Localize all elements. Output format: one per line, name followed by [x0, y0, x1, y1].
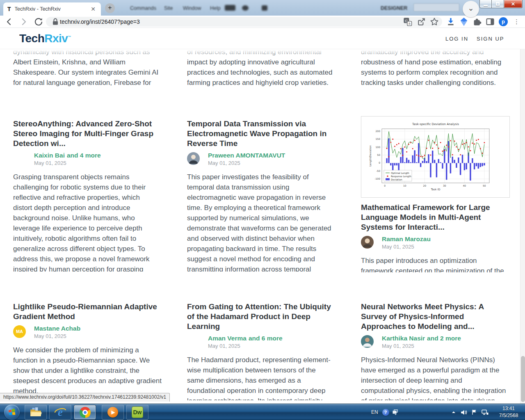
lock-icon[interactable]: [51, 17, 60, 26]
scrollbar-track[interactable]: [520, 28, 525, 404]
close-button[interactable]: ✕: [504, 0, 523, 8]
tray-expand-icon[interactable]: [451, 410, 456, 415]
signup-link[interactable]: SIGN UP: [477, 36, 504, 42]
svg-text:50: 50: [377, 153, 380, 156]
tab-close-icon[interactable]: ✕: [89, 6, 97, 12]
article-title[interactable]: Mathematical Framework for Large Languag…: [361, 203, 523, 232]
start-button[interactable]: [4, 404, 20, 420]
article-title[interactable]: Neural Networks Meet Physics: A Survey o…: [361, 302, 523, 331]
forward-icon[interactable]: [19, 17, 29, 27]
restore-button[interactable]: [492, 0, 504, 8]
share-icon[interactable]: [417, 17, 426, 26]
address-bar[interactable]: techrxiv.org/inst/26407?page=3: [46, 17, 442, 27]
article-card-clipped[interactable]: dynamically with historical personas suc…: [13, 48, 176, 88]
chrome-icon: [80, 407, 91, 418]
profile-avatar[interactable]: p: [499, 17, 508, 26]
author-link[interactable]: Raman Marozau: [382, 235, 431, 242]
browser-tab[interactable]: T TechRxiv - TechRxiv ✕: [3, 2, 101, 16]
minimize-button[interactable]: [479, 0, 492, 8]
deviation-chart: -100-5005010015020001020304050Task-speci…: [361, 116, 509, 199]
author-link[interactable]: Kaixin Baiand 4 more: [34, 152, 101, 159]
author-link[interactable]: Praween AMONTAMAVUT: [208, 152, 285, 159]
taskbar-ie-button[interactable]: e: [49, 405, 71, 420]
author-link[interactable]: Aman Vermaand 6 more: [208, 335, 283, 342]
taskbar-dreamweaver-button[interactable]: Dw: [126, 405, 148, 420]
chevron-down-button[interactable]: ⌄: [463, 1, 479, 17]
bg-menu-site: Site: [164, 5, 173, 11]
svg-text:0: 0: [384, 184, 386, 187]
bg-menu-commands: Commands: [130, 5, 156, 11]
article-card[interactable]: Neural Networks Meet Physics: A Survey o…: [361, 302, 523, 400]
svg-text:-100: -100: [374, 177, 380, 180]
media-player-icon: ▶: [107, 407, 118, 418]
svg-text:Task-specific Deviation Analys: Task-specific Deviation Analysis: [412, 122, 459, 126]
login-link[interactable]: LOG IN: [445, 36, 468, 42]
article-card-clipped[interactable]: dramatically improved the accuracy and r…: [361, 48, 523, 88]
article-figure[interactable]: -100-5005010015020001020304050Task-speci…: [361, 116, 510, 198]
volume-icon[interactable]: [460, 409, 467, 416]
network-icon[interactable]: [481, 409, 488, 415]
article-title[interactable]: StereoAnything: Advanced Zero-Shot Stere…: [13, 119, 176, 148]
article-card[interactable]: Mathematical Framework for Large Languag…: [361, 203, 523, 272]
article-card[interactable]: From Gating to Attention: The Ubiquity o…: [187, 302, 349, 400]
author-avatar: [361, 335, 374, 348]
author-link[interactable]: Karthika Nasirand 2 more: [382, 335, 461, 342]
translate-icon[interactable]: G a: [403, 17, 412, 26]
bg-menu-help: Help: [210, 5, 221, 11]
language-indicator[interactable]: EN: [371, 409, 378, 415]
bg-toolbar-blob: [242, 5, 249, 11]
status-url-tooltip: https://www.techrxiv.org/doi/full/10.362…: [0, 393, 170, 402]
techrxiv-logo[interactable]: TechRxiv™: [19, 32, 71, 45]
article-title[interactable]: Lightlike Pseudo-Riemannian Adaptive Gra…: [13, 302, 176, 322]
abstract-fragment: dramatically improved the accuracy and r…: [361, 48, 501, 88]
article-card[interactable]: StereoAnything: Advanced Zero-Shot Stere…: [13, 119, 176, 272]
article-card[interactable]: Temporal Data Transmission via Electroma…: [187, 119, 349, 272]
menu-dots-icon[interactable]: ⋮: [514, 17, 520, 27]
article-title[interactable]: Temporal Data Transmission via Electroma…: [187, 119, 349, 148]
browser-tab-strip: Commands Site Window Help DESIGNER T Tec…: [0, 0, 525, 16]
browser-toolbar: techrxiv.org/inst/26407?page=3 G a: [0, 16, 525, 28]
author-avatar: [361, 236, 374, 249]
article-abstract: Grasping transparent objects remains cha…: [13, 172, 176, 272]
author-link[interactable]: Mastane Achab: [34, 325, 80, 332]
url-text[interactable]: techrxiv.org/inst/26407?page=3: [60, 18, 140, 25]
explorer-folder-icon: [30, 407, 42, 418]
taskbar-explorer-button[interactable]: [25, 405, 47, 420]
bg-toolbar-blob: [262, 5, 267, 11]
taskbar-wmp-button[interactable]: ▶: [102, 405, 124, 420]
help-icon[interactable]: ?: [382, 409, 389, 416]
svg-text:Task ID: Task ID: [431, 188, 441, 191]
side-panel-icon[interactable]: [486, 17, 495, 26]
article-abstract: Physics-Informed Neural Networks (PINNs)…: [361, 355, 523, 400]
svg-text:Optimal Length: Optimal Length: [391, 172, 409, 175]
language-bar[interactable]: EN ?: [371, 404, 398, 420]
taskbar-chrome-button[interactable]: [74, 405, 96, 420]
clock-time: 13:41: [494, 405, 523, 412]
publish-date: May 01, 2025: [208, 160, 349, 166]
svg-text:100: 100: [376, 146, 381, 148]
svg-text:40: 40: [463, 184, 466, 187]
reload-icon[interactable]: [34, 17, 43, 27]
svg-text:30: 30: [443, 184, 446, 187]
svg-text:a: a: [409, 21, 411, 25]
new-tab-button[interactable]: +: [105, 3, 115, 13]
download-extension-icon[interactable]: [446, 17, 455, 26]
language-bar-restore-icon[interactable]: [393, 409, 398, 415]
article-card-clipped[interactable]: of resources, and minimizing environment…: [187, 48, 349, 88]
ie-ring: [54, 408, 66, 415]
bookmark-star-icon[interactable]: [430, 17, 439, 26]
abstract-fragment: of resources, and minimizing environment…: [187, 48, 332, 88]
svg-text:200: 200: [376, 130, 381, 132]
taskbar-clock[interactable]: 13:41 7/5/2568: [494, 405, 523, 419]
dreamweaver-icon: Dw: [132, 406, 143, 418]
author-avatar: [187, 152, 200, 165]
shield-extension-icon[interactable]: [459, 17, 468, 26]
scrollbar-thumb[interactable]: [521, 356, 525, 402]
extensions-puzzle-icon[interactable]: [472, 17, 482, 26]
article-title[interactable]: From Gating to Attention: The Ubiquity o…: [187, 302, 349, 331]
back-icon[interactable]: [4, 17, 14, 27]
svg-text:20: 20: [423, 184, 426, 187]
article-card[interactable]: Lightlike Pseudo-Riemannian Adaptive Gra…: [13, 302, 176, 400]
site-favicon: T: [7, 6, 11, 12]
action-center-flag-icon[interactable]: [471, 409, 477, 415]
